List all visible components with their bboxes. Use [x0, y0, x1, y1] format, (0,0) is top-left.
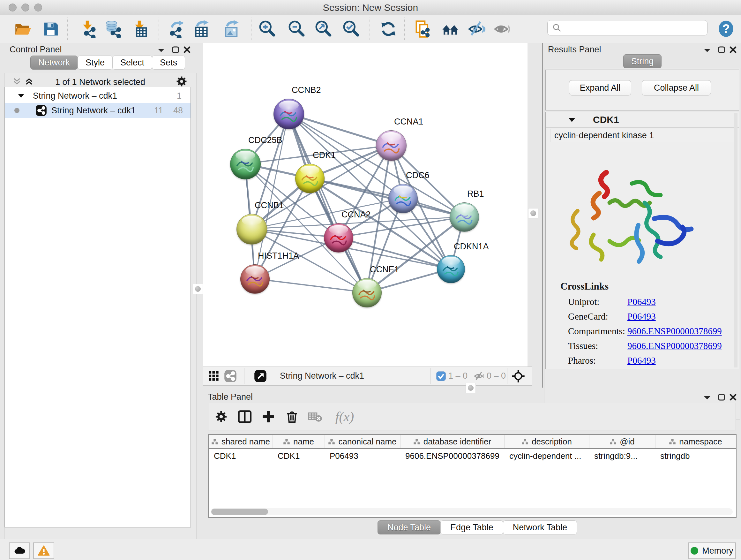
crosslink-link[interactable]: P06493	[627, 297, 656, 307]
network-node-ccna2[interactable]	[324, 223, 353, 253]
protein-structure-thumbnail	[278, 106, 300, 124]
new-network-from-selection-icon[interactable]	[413, 20, 432, 38]
results-scrollbar[interactable]	[734, 113, 738, 368]
column-header-description[interactable]: description	[504, 435, 590, 448]
import-table-file-icon[interactable]	[130, 20, 149, 38]
float-panel-icon[interactable]	[703, 394, 711, 402]
cloud-button[interactable]	[9, 543, 30, 559]
table-cell[interactable]: stringdb:9...	[589, 449, 655, 462]
tab-style[interactable]: Style	[77, 56, 113, 70]
network-row-selected[interactable]: String Network – cdk1 11 48	[5, 103, 191, 118]
close-panel-icon[interactable]	[729, 46, 737, 55]
table-cell[interactable]: 9606.ENSP00000378699	[400, 449, 504, 462]
network-node-rb1[interactable]	[450, 202, 479, 232]
column-header-name[interactable]: name	[273, 435, 325, 448]
column-header-canonical-name[interactable]: canonical name	[325, 435, 401, 448]
function-builder-icon[interactable]: f(x)	[330, 408, 359, 426]
collapse-triangle-icon[interactable]	[17, 93, 24, 99]
tab-edge-table[interactable]: Edge Table	[441, 520, 503, 535]
network-node-ccne1[interactable]	[352, 278, 382, 307]
expand-all-button[interactable]: Expand All	[569, 80, 631, 96]
first-neighbors-icon[interactable]	[441, 20, 460, 38]
network-name: String Network – cdk1	[51, 106, 136, 116]
maximize-panel-icon[interactable]	[718, 393, 725, 402]
hide-selected-icon[interactable]	[467, 20, 486, 38]
table-cell[interactable]: P06493	[325, 449, 400, 462]
split-columns-icon[interactable]	[236, 408, 254, 426]
crosslink-link[interactable]: 9606.ENSP00000378699	[627, 341, 722, 351]
network-node-cdc25b[interactable]	[230, 149, 261, 179]
tab-node-table[interactable]: Node Table	[378, 520, 441, 535]
column-header-shared-name[interactable]: shared name	[209, 435, 273, 448]
table-horizontal-scrollbar[interactable]	[211, 508, 733, 515]
export-network-icon[interactable]	[167, 20, 185, 38]
network-node-cdk1[interactable]	[295, 164, 325, 193]
save-session-icon[interactable]	[42, 20, 60, 38]
selected-checkbox[interactable]	[434, 369, 448, 383]
apply-layout-icon[interactable]	[379, 20, 398, 38]
import-network-database-icon[interactable]	[104, 20, 122, 38]
float-panel-icon[interactable]	[157, 47, 165, 55]
drag-handle[interactable]	[528, 208, 538, 219]
collapse-all-button[interactable]: Collapse All	[642, 80, 711, 96]
fit-content-icon[interactable]	[314, 20, 333, 38]
table-cell[interactable]: stringdb	[655, 449, 736, 462]
export-table-icon[interactable]	[192, 20, 211, 38]
zoom-in-icon[interactable]	[258, 20, 276, 38]
open-session-icon[interactable]	[13, 20, 32, 38]
share-badge-icon[interactable]	[224, 369, 237, 383]
birdseye-icon[interactable]	[254, 369, 267, 383]
tab-string[interactable]: String	[623, 54, 662, 68]
column-header-database-identifier[interactable]: database identifier	[400, 435, 504, 448]
delete-icon[interactable]	[283, 408, 301, 426]
search-field[interactable]	[547, 20, 708, 36]
show-all-icon[interactable]	[493, 20, 512, 38]
add-column-icon[interactable]	[259, 408, 277, 426]
import-network-file-icon[interactable]	[78, 20, 97, 38]
search-input[interactable]	[565, 23, 707, 33]
zoom-selected-icon[interactable]	[342, 20, 360, 38]
close-panel-icon[interactable]	[729, 393, 737, 402]
crosshair-icon[interactable]	[512, 369, 525, 383]
gene-header-row[interactable]: CDK1	[546, 112, 739, 128]
gear-icon[interactable]	[212, 408, 230, 426]
tab-network-table[interactable]: Network Table	[503, 520, 577, 535]
panel-divider[interactable]	[542, 43, 543, 388]
table-cell[interactable]: CDK1	[273, 449, 325, 462]
table-cell[interactable]: cyclin-dependent ...	[504, 449, 589, 462]
column-header-@id[interactable]: @id	[589, 435, 656, 448]
float-panel-icon[interactable]	[703, 47, 711, 55]
help-icon[interactable]: ?	[717, 19, 735, 38]
drag-handle[interactable]	[466, 383, 476, 393]
network-collection-row[interactable]: String Network – cdk1 1	[5, 88, 191, 103]
crosslink-link[interactable]: 9606.ENSP00000378699	[627, 326, 722, 336]
network-node-hist1h1a[interactable]	[240, 264, 270, 294]
crosslink-label: Tissues:	[568, 341, 598, 351]
table-cell[interactable]: CDK1	[209, 449, 273, 462]
maximize-panel-icon[interactable]	[172, 46, 179, 55]
maximize-panel-icon[interactable]	[718, 46, 725, 55]
tab-select[interactable]: Select	[112, 56, 152, 70]
network-node-cdc6[interactable]	[388, 184, 418, 213]
scrollbar-thumb[interactable]	[211, 509, 268, 515]
zoom-out-icon[interactable]	[287, 20, 306, 38]
tab-sets[interactable]: Sets	[152, 56, 185, 70]
crosslink-link[interactable]: P06493	[627, 311, 656, 322]
delete-table-icon[interactable]	[306, 408, 324, 426]
network-node-ccna1[interactable]	[376, 130, 407, 161]
export-image-icon[interactable]	[222, 20, 241, 38]
memory-button[interactable]: Memory	[688, 543, 736, 559]
network-node-cdkn1a[interactable]	[437, 255, 465, 283]
hidden-eye-icon[interactable]	[473, 369, 486, 383]
drag-handle[interactable]	[193, 284, 203, 294]
network-node-ccnb2[interactable]	[273, 99, 304, 129]
column-header-namespace[interactable]: namespace	[655, 435, 736, 448]
network-node-ccnb1[interactable]	[237, 214, 267, 245]
tab-network[interactable]: Network	[30, 56, 78, 70]
grid-icon[interactable]	[207, 369, 220, 383]
crosslink-link[interactable]: P06493	[627, 355, 656, 366]
collapse-triangle-icon[interactable]	[568, 117, 576, 124]
warning-button[interactable]	[33, 543, 54, 559]
close-panel-icon[interactable]	[183, 46, 191, 55]
network-canvas[interactable]: CCNB2CCNA1CDC25BCDK1CDC6RB1CCNB1CCNA2CDK…	[203, 43, 528, 367]
